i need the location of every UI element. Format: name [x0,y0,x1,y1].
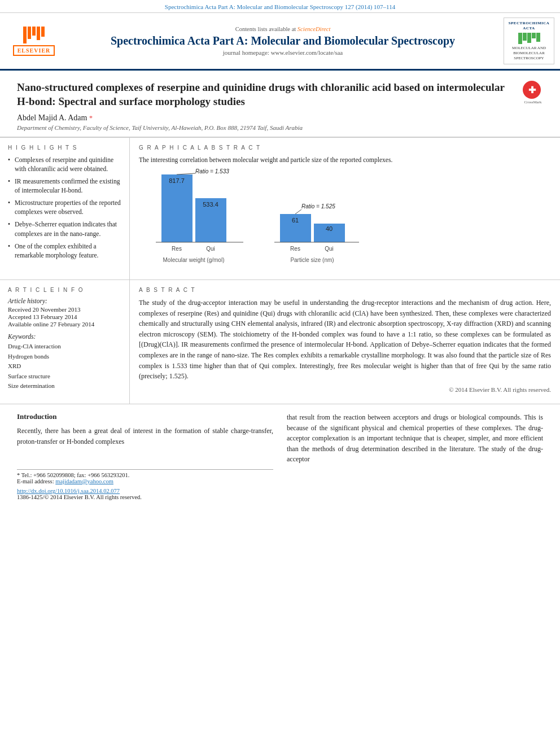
intro-heading: Introduction [17,412,273,421]
bar3 [32,27,36,36]
article-history-group: Article history: Received 20 November 20… [8,298,121,327]
bar5 [41,27,45,37]
highlight-item: IR measurements confirmed the existing o… [8,177,121,195]
keyword-item: Size determination [8,381,121,391]
elsevier-bars [23,27,45,43]
intro-left-text: Recently, there has been a great deal of… [17,426,273,447]
bar4 [37,27,40,40]
bar-qui-ps-label: 40 [326,225,333,232]
green-bar4 [532,33,536,38]
green-bar3 [527,33,531,43]
keywords-group: Keywords: Drug-ClA interaction Hydrogen … [8,333,121,391]
keywords-label: Keywords: [8,333,121,340]
elsevier-wordmark: ELSEVIER [13,45,55,56]
keyword-item: Surface structure [8,372,121,382]
footnote-email-row: E-mail address: majidadam@yahoo.com [17,478,273,484]
elsevier-logo-area: ELSEVIER [6,27,62,56]
ratio1-label: Ratio = 1.533 [195,169,229,174]
contents-line: Contents lists available at ScienceDirec… [62,26,504,32]
bar-res-ps-label: 61 [292,217,299,224]
logo-right-bars [518,33,540,44]
article-info-left: A R T I C L E I N F O Article history: R… [0,280,130,404]
footnote-section: * Tel.: +966 502099808; fax: +966 563293… [17,469,273,500]
keyword-item: XRD [8,361,121,372]
footnote-issn: 1386-1425/© 2014 Elsevier B.V. All right… [17,494,273,500]
intro-left-col: Introduction Recently, there has been a … [17,412,273,500]
crossmark-circle: ✚ [523,81,541,99]
history-label: Article history: [8,298,121,304]
intro-right-text: that result from the reaction between ac… [287,412,543,465]
two-col-intro: Introduction Recently, there has been a … [17,412,543,500]
author-affiliation: Department of Chemistry, Faculty of Scie… [17,124,543,131]
logo-right-sub: MOLECULAR ANDBIOMOLECULARSPECTROSCOPY [512,46,546,61]
intro-text-left-content: Recently, there has been a great deal of… [17,427,273,445]
abstract-label: A B S T R A C T [139,287,551,293]
copyright-line: © 2014 Elsevier B.V. All rights reserved… [139,386,551,393]
author-name: Abdel Majid A. Adam * [17,113,543,123]
bar1-xlabel: Res [172,246,182,252]
bar3-xlabel: Res [290,246,300,252]
bar4-xlabel: Qui [325,246,334,252]
highlights-label: H I G H L I G H T S [8,145,121,151]
graphical-abstract-description: The interesting correlation between mole… [139,155,551,164]
footnote-email[interactable]: majidadam@yahoo.com [55,478,113,484]
footnote-doi-row: http://dx.doi.org/10.1016/j.saa.2014.02.… [17,488,273,494]
bar-res-mw-label: 817.7 [169,177,185,184]
journal-header-center: Contents lists available at ScienceDirec… [62,26,504,56]
bar-res-mw [161,174,193,242]
bar2 [28,27,31,39]
introduction-section: Introduction Recently, there has been a … [0,404,560,506]
crossmark-row: Nano-structured complexes of reserpine a… [17,81,543,108]
article-info-section: A R T I C L E I N F O Article history: R… [0,280,560,404]
highlights-graphical-section: H I G H L I G H T S Complexes of reserpi… [0,137,560,280]
highlight-item: Debye–Scherrer equation indicates that c… [8,220,121,238]
keyword-item: Hydrogen bonds [8,352,121,362]
article-main-title: Nano-structured complexes of reserpine a… [17,81,523,108]
chart1-axis: Molecular weight (g/mol) [163,257,225,263]
available-date: Available online 27 February 2014 [8,321,121,327]
journal-title: Spectrochimica Acta Part A: Molecular an… [62,34,504,47]
keywords-list: Drug-ClA interaction Hydrogen bonds XRD … [8,342,121,391]
highlights-col: H I G H L I G H T S Complexes of reserpi… [0,138,130,279]
bar2-xlabel: Qui [206,246,215,252]
green-bar5 [536,33,540,42]
chart2-axis: Particle size (nm) [290,257,334,263]
graphical-abstract-label: G R A P H I C A L A B S T R A C T [139,145,551,151]
intro-text-right-content: that result from the reaction between ac… [287,413,543,463]
crossmark-area: ✚ CrossMark [523,81,543,104]
abstract-col: A B S T R A C T The study of the drug-ac… [130,280,560,404]
top-bar: Spectrochimica Acta Part A: Molecular an… [0,0,560,13]
highlight-item: Microstructure properties of the reporte… [8,198,121,216]
highlight-item: Complexes of reserpine and quinidine wit… [8,155,121,173]
abstract-text: The study of the drug-acceptor interacti… [139,298,551,382]
crossmark-label: CrossMark [523,100,543,104]
journal-logo-right: SPECTROCHIMICAACTA MOLECULAR ANDBIOMOLEC… [504,18,554,64]
accepted-date: Accepted 13 February 2014 [8,313,121,320]
received-date: Received 20 November 2013 [8,306,121,313]
article-info-label: A R T I C L E I N F O [8,287,121,293]
bar-charts: 817.7 533.4 Ratio = 1.533 Res Qui Molecu… [139,169,551,273]
journal-homepage: journal homepage: www.elsevier.com/locat… [62,49,504,56]
chart1-arrow [177,173,195,174]
keyword-item: Drug-ClA interaction [8,342,121,352]
bar-qui-mw-label: 533.4 [203,201,218,208]
footnote-tel: * Tel.: +966 502099808; fax: +966 563293… [17,472,273,478]
graphical-abstract-col: G R A P H I C A L A B S T R A C T The in… [130,138,560,279]
author-asterisk: * [89,114,93,122]
green-bar1 [518,33,522,44]
footnote-doi[interactable]: http://dx.doi.org/10.1016/j.saa.2014.02.… [17,488,120,494]
ratio2-label: Ratio = 1.525 [301,203,335,209]
intro-right-col: that result from the reaction between ac… [287,412,543,500]
footnote-email-label: E-mail address: [17,478,54,484]
logo-right-title: SPECTROCHIMICAACTA [509,21,550,31]
highlight-list: Complexes of reserpine and quinidine wit… [8,155,121,260]
article-title-section: Nano-structured complexes of reserpine a… [0,71,560,137]
chart2-arrow [295,209,301,214]
green-bar2 [523,33,527,41]
journal-header: ELSEVIER Contents lists available at Sci… [0,13,560,71]
bar1 [23,27,27,43]
chart-svg: 817.7 533.4 Ratio = 1.533 Res Qui Molecu… [145,169,399,270]
highlight-item: One of the complex exhibited a remarkabl… [8,242,121,260]
journal-citation: Spectrochimica Acta Part A: Molecular an… [165,3,395,10]
